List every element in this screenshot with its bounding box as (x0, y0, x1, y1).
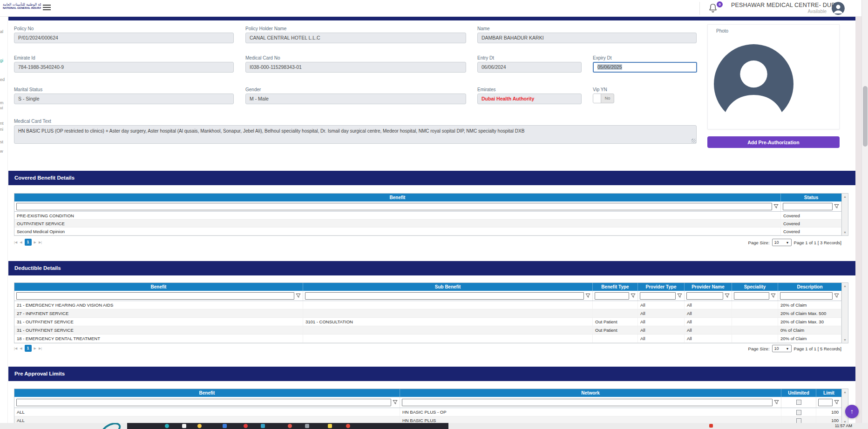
column-header[interactable]: Status (781, 194, 841, 201)
scroll-up-icon[interactable]: ▲ (843, 390, 847, 394)
pager-last-icon[interactable]: ▶| (39, 241, 42, 244)
table-row[interactable]: 21 - EMERGENCY HEARING AND VISION AIDSAl… (14, 301, 841, 309)
pager-prev-icon[interactable]: ◀ (20, 241, 22, 244)
unlimited-checkbox[interactable] (796, 410, 801, 415)
table-cell (732, 318, 778, 326)
network-filter-input[interactable] (402, 399, 773, 406)
limit-filter-input[interactable] (818, 399, 833, 406)
pager-page-1[interactable]: 1 (25, 345, 32, 352)
table-row[interactable]: ALLHN BASIC PLUS - OP100 (14, 408, 841, 416)
filter-icon[interactable] (834, 204, 839, 209)
column-header[interactable]: Provider Name (685, 283, 732, 291)
table-row[interactable]: 31 - OUTPATIENT SERVICEOut PatientAllAll… (14, 326, 841, 335)
page-size-select[interactable]: 10 ▼ (772, 345, 792, 352)
scroll-to-top-button[interactable]: ↑ (845, 405, 859, 418)
benefit-filter-input[interactable] (16, 399, 391, 406)
filter-icon[interactable] (774, 400, 779, 405)
filter-icon[interactable] (834, 293, 839, 298)
table-row[interactable]: 27 - INPATIENT SERVICEAllAll20% of Claim… (14, 309, 841, 318)
column-header[interactable]: Speciality (732, 283, 778, 291)
column-header[interactable]: Benefit Type (593, 283, 638, 291)
unlimited-filter-checkbox[interactable] (796, 400, 801, 405)
taskbar-apps-area (127, 423, 448, 429)
table-cell (781, 408, 816, 416)
filter-icon[interactable] (773, 204, 779, 209)
taskbar-app-icon[interactable] (244, 424, 248, 428)
column-header[interactable]: Network (400, 389, 781, 397)
column-header[interactable]: Benefit (14, 283, 303, 291)
column-header[interactable]: Sub Benefit (303, 283, 593, 291)
taskbar-app-icon[interactable] (182, 424, 186, 428)
pager-first-icon[interactable]: |◀ (14, 241, 17, 244)
user-avatar[interactable] (832, 2, 845, 15)
filter-icon[interactable] (677, 293, 682, 298)
expiry-dt-input[interactable]: 05/06/2025 (593, 62, 697, 73)
column-header[interactable]: Provider Type (638, 283, 685, 291)
table-row[interactable]: 31 - OUTPATIENT SERVICE3101 - CONSULTATI… (14, 318, 841, 326)
taskbar-app-icon[interactable] (328, 424, 332, 428)
field-medical-card-text: Medical Card Text HN BASIC PLUS (OP rest… (14, 119, 697, 144)
filter-icon[interactable] (296, 293, 301, 298)
table-scrollbar[interactable]: ▲ ▼ (842, 282, 848, 343)
sub-benefit-filter-input[interactable] (305, 292, 584, 300)
filter-icon[interactable] (585, 293, 590, 298)
table-row[interactable]: ALLHN BASIC PLUS100 (14, 416, 841, 423)
notifications-bell[interactable]: 0 (708, 2, 722, 15)
table-row[interactable]: 18 - EMERGENCY DENTAL TREATMENTAllAll20%… (14, 335, 841, 343)
status-filter-input[interactable] (783, 203, 833, 210)
scrollbar-thumb[interactable] (863, 86, 868, 147)
table-row[interactable]: Second Medical OpinionCovered (14, 228, 841, 235)
column-header[interactable]: Description (778, 283, 841, 291)
hamburger-menu-icon[interactable] (43, 5, 51, 11)
pager-prev-icon[interactable]: ◀ (20, 347, 22, 350)
benefit-type-filter-input[interactable] (595, 292, 629, 300)
taskbar-app-icon[interactable] (223, 424, 227, 428)
speciality-filter-input[interactable] (734, 292, 769, 300)
filter-icon[interactable] (834, 400, 839, 405)
table-cell: HN BASIC PLUS - OP (400, 408, 781, 416)
table-row[interactable]: PRE-EXISTING CONDITIONCovered (14, 212, 841, 220)
column-header[interactable]: Benefit (14, 389, 400, 397)
pager-next-icon[interactable]: ▶ (34, 347, 36, 350)
filter-icon[interactable] (771, 293, 776, 298)
pager-first-icon[interactable]: |◀ (14, 347, 17, 350)
taskbar-app-icon[interactable] (197, 424, 202, 428)
pager-last-icon[interactable]: ▶| (39, 347, 42, 350)
scroll-up-icon[interactable]: ▲ (843, 195, 847, 198)
vip-toggle[interactable]: No (593, 94, 614, 103)
pager-page-1[interactable]: 1 (25, 239, 32, 246)
provider-name-filter-input[interactable] (686, 292, 723, 300)
benefit-filter-input[interactable] (16, 203, 772, 210)
taskbar-app-icon[interactable] (346, 424, 350, 428)
page-size-select[interactable]: 10 ▼ (772, 239, 792, 246)
filter-icon[interactable] (725, 293, 730, 298)
taskbar-app-icon[interactable] (305, 424, 309, 428)
column-header[interactable]: Benefit (14, 194, 781, 201)
page-scrollbar[interactable] (861, 0, 868, 429)
field-label: Policy No (14, 26, 234, 31)
provider-type-filter-input[interactable] (640, 292, 676, 300)
table-row[interactable]: OUTPATIENT SERVICECovered (14, 220, 841, 228)
scroll-down-icon[interactable]: ▼ (843, 338, 847, 342)
filter-icon[interactable] (631, 293, 636, 298)
taskbar-app-icon[interactable] (165, 424, 169, 428)
benefit-filter-input[interactable] (16, 292, 294, 300)
table-scrollbar[interactable]: ▲ ▼ (842, 193, 848, 236)
description-filter-input[interactable] (780, 292, 833, 300)
tray-app-icon[interactable] (709, 424, 713, 428)
scroll-up-icon[interactable]: ▲ (843, 284, 847, 288)
resize-grip-icon[interactable] (692, 139, 696, 143)
taskbar-app-icon[interactable] (288, 424, 292, 428)
table-body: 21 - EMERGENCY HEARING AND VISION AIDSAl… (14, 301, 841, 343)
pager-info: Page 1 of 1 [ 3 Records] (794, 240, 841, 245)
add-pre-authorization-button[interactable]: Add Pre-Authorization (707, 136, 840, 148)
pager-next-icon[interactable]: ▶ (34, 241, 36, 244)
table-cell (732, 309, 778, 317)
scroll-down-icon[interactable]: ▼ (843, 231, 847, 234)
unlimited-checkbox[interactable] (796, 418, 801, 423)
sidebar-item-fragment: nt (0, 121, 4, 126)
filter-icon[interactable] (393, 400, 398, 405)
column-header[interactable]: Unlimited (781, 389, 816, 397)
taskbar-app-icon[interactable] (261, 424, 265, 428)
column-header[interactable]: Limit (816, 389, 841, 397)
